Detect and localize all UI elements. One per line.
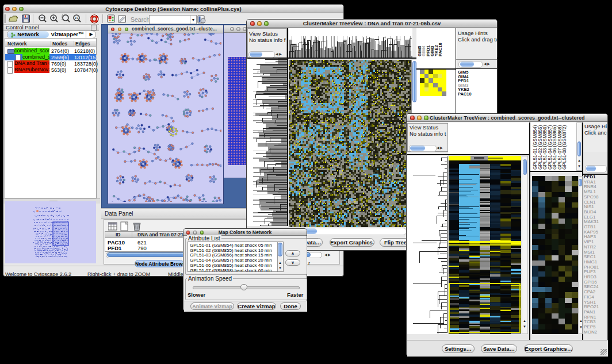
svg-text:1:1: 1:1: [74, 16, 78, 20]
svg-text:PAC10: PAC10: [438, 43, 443, 56]
svg-text:GPL51-08 (GSM872): GPL51-08 (GSM872): [562, 125, 567, 170]
